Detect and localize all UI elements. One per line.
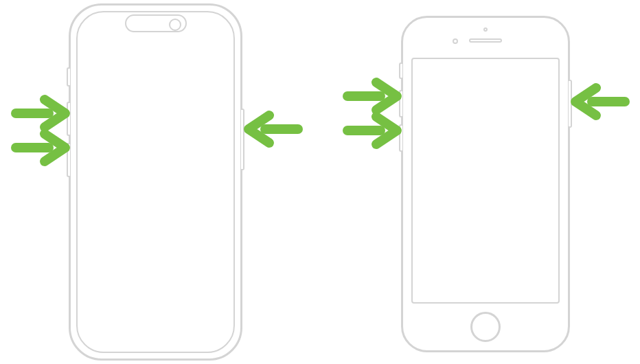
classic-volume-up-arrow: [347, 82, 397, 110]
modern-volume-down-arrow: [16, 134, 65, 161]
arrows-layer: [0, 0, 640, 364]
modern-side-button-arrow: [249, 115, 298, 143]
classic-side-button-arrow: [575, 88, 625, 115]
classic-volume-down-arrow: [347, 117, 397, 144]
modern-volume-up-arrow: [16, 100, 65, 127]
